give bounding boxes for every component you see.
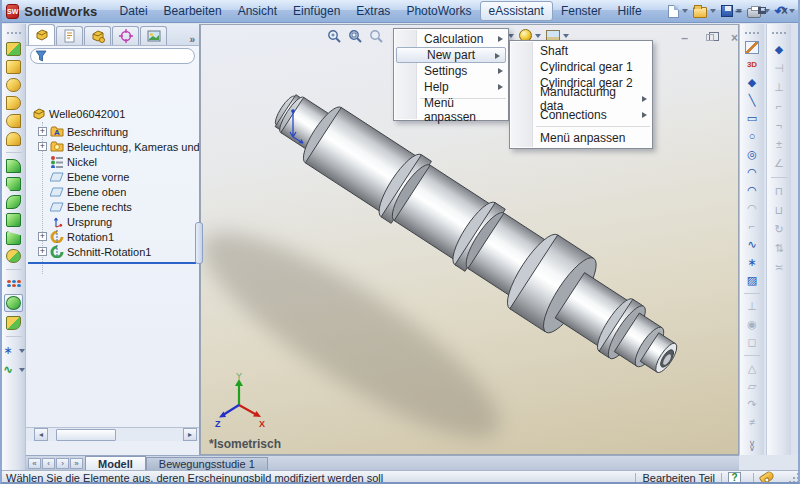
- tab-nav-last-icon[interactable]: »: [70, 458, 83, 469]
- scroll-right-icon[interactable]: ▸: [183, 428, 197, 441]
- vertical-ordinate-icon[interactable]: ∠: [771, 156, 788, 171]
- tab-bewegungsstudie-1[interactable]: Bewegungsstudie 1: [146, 457, 268, 470]
- resize-grip[interactable]: [788, 472, 800, 484]
- tab-nav-first-icon[interactable]: «: [28, 458, 41, 469]
- open-folder-icon[interactable]: [693, 7, 707, 18]
- menu-eassistant[interactable]: eAssistant: [480, 1, 553, 21]
- menu-item-help[interactable]: Help: [394, 79, 508, 95]
- circular-pattern-button[interactable]: [4, 294, 23, 312]
- toolbar-more-icon[interactable]: ∨∨: [749, 441, 756, 451]
- zoom-to-area-icon[interactable]: [348, 29, 363, 44]
- centerpoint-arc-icon[interactable]: ◠: [744, 165, 761, 180]
- toolbar-grip[interactable]: [7, 32, 21, 35]
- mirror-entities-icon[interactable]: ◻: [744, 335, 761, 350]
- smart-dimension-icon[interactable]: ◆: [744, 75, 761, 90]
- chamfer-icon[interactable]: [6, 177, 21, 191]
- tree-item-rotation1[interactable]: + Rotation1: [26, 229, 199, 244]
- rectangle-icon[interactable]: ▭: [744, 111, 761, 126]
- menu-fenster[interactable]: Fenster: [553, 2, 610, 20]
- submenu-item-manufacturing-data[interactable]: Manufacturing data: [510, 91, 652, 107]
- horizontal-ordinate-icon[interactable]: ±: [771, 137, 788, 152]
- tab-nav-prev-icon[interactable]: ‹: [42, 458, 55, 469]
- extruded-cut-icon[interactable]: [6, 213, 21, 227]
- new-dropdown-icon[interactable]: [682, 9, 688, 13]
- tree-item-ebene-oben[interactable]: Ebene oben: [26, 184, 199, 199]
- submenu-item-menue-anpassen[interactable]: Menü anpassen: [510, 130, 652, 146]
- shell-icon[interactable]: [6, 316, 21, 330]
- horizontal-dimension-icon[interactable]: ⊣: [771, 61, 788, 76]
- tab-featuremanager[interactable]: [28, 24, 55, 45]
- submenu-item-shaft[interactable]: Shaft: [510, 43, 652, 59]
- open-dropdown-icon[interactable]: [710, 9, 716, 13]
- scroll-left-icon[interactable]: ◂: [34, 428, 48, 441]
- toolbar-grip[interactable]: [772, 32, 786, 35]
- path-dimension-icon[interactable]: ↻: [771, 222, 788, 237]
- scene-dropdown-icon[interactable]: [563, 34, 569, 38]
- line-icon[interactable]: ╲: [744, 93, 761, 108]
- sketch-icon[interactable]: [745, 41, 759, 54]
- menu-item-settings[interactable]: Settings: [394, 63, 508, 79]
- lofted-cut-icon[interactable]: [6, 231, 21, 245]
- perimeter-circle-icon[interactable]: ◎: [744, 147, 761, 162]
- menu-item-menue-anpassen[interactable]: Menü anpassen: [394, 102, 508, 118]
- menu-item-new-part[interactable]: New part: [396, 47, 506, 63]
- smart-dimension-icon[interactable]: ◆: [771, 42, 788, 57]
- boundary-boss-icon[interactable]: [6, 114, 21, 128]
- swept-cut-icon[interactable]: [6, 195, 21, 209]
- panel-tabs-overflow[interactable]: »: [189, 34, 195, 45]
- fillet-icon[interactable]: [6, 159, 21, 173]
- baseline-dimension-icon[interactable]: ⌐: [771, 99, 788, 114]
- reference-geometry-group[interactable]: ∗: [0, 343, 28, 358]
- appearance-dropdown-icon[interactable]: [535, 34, 541, 38]
- tree-item-ebene-vorne[interactable]: Ebene vorne: [26, 169, 199, 184]
- polygon-icon[interactable]: △: [744, 361, 761, 376]
- tab-dimxpertmanager[interactable]: [112, 26, 139, 45]
- quick-tips-help-icon[interactable]: ?: [728, 472, 741, 484]
- panel-horizontal-scrollbar[interactable]: ◂ ▸: [26, 427, 199, 441]
- tree-item-beleuchtung[interactable]: + Beleuchtung, Kameras und Büh: [26, 139, 199, 154]
- appearance-tag-icon[interactable]: [759, 470, 776, 484]
- menu-ansicht[interactable]: Ansicht: [230, 2, 285, 20]
- align-dimension-icon[interactable]: ≍: [771, 260, 788, 275]
- tree-item-schnitt-rotation1[interactable]: + Schnitt-Rotation1: [26, 244, 199, 259]
- 3point-arc-icon[interactable]: ◠: [744, 201, 761, 216]
- vertical-dimension-icon[interactable]: ⊥: [771, 80, 788, 95]
- expand-icon[interactable]: +: [38, 247, 47, 256]
- tab-propertymanager[interactable]: [56, 26, 83, 45]
- extruded-boss-icon[interactable]: [6, 42, 21, 56]
- submenu-item-connections[interactable]: Connections: [510, 107, 652, 123]
- spline-icon[interactable]: ∿: [744, 237, 761, 252]
- new-document-icon[interactable]: [668, 5, 679, 18]
- expand-icon[interactable]: +: [38, 232, 47, 241]
- submenu-item-cylindrical-gear-1[interactable]: Cylindrical gear 1: [510, 59, 652, 75]
- add-relation-icon[interactable]: ⊥: [744, 299, 761, 314]
- restore-button[interactable]: [754, 4, 769, 17]
- tree-item-nickel[interactable]: Nickel: [26, 154, 199, 169]
- circle-icon[interactable]: ○: [744, 129, 761, 144]
- angle-dimension-icon[interactable]: ⊔: [771, 203, 788, 218]
- menu-item-calculation[interactable]: Calculation: [394, 31, 508, 47]
- doc-minimize-button[interactable]: –: [677, 31, 692, 44]
- revolved-boss-icon[interactable]: [6, 60, 21, 74]
- offset-entities-icon[interactable]: ↷: [744, 397, 761, 412]
- toolbar-grip[interactable]: [745, 32, 759, 35]
- tree-root[interactable]: Welle06042001: [26, 106, 199, 121]
- scroll-thumb[interactable]: [56, 429, 116, 441]
- zoom-in-out-icon[interactable]: [369, 29, 384, 44]
- sketch-fillet-icon[interactable]: ⌐: [744, 219, 761, 234]
- menu-einfuegen[interactable]: Einfügen: [285, 2, 348, 20]
- panel-splitter-handle[interactable]: [195, 222, 203, 264]
- convert-entities-icon[interactable]: ▱: [744, 379, 761, 394]
- lofted-boss-icon[interactable]: [6, 96, 21, 110]
- hatch-icon[interactable]: ▨: [744, 273, 761, 288]
- 3d-sketch-icon[interactable]: 3D: [744, 57, 761, 72]
- menu-photoworks[interactable]: PhotoWorks: [398, 2, 479, 20]
- minimize-button[interactable]: –: [731, 4, 746, 17]
- linear-pattern-icon[interactable]: [6, 276, 21, 290]
- doc-restore-button[interactable]: [702, 31, 717, 44]
- menu-extras[interactable]: Extras: [348, 2, 398, 20]
- menu-datei[interactable]: Datei: [112, 2, 156, 20]
- expand-icon[interactable]: +: [38, 127, 47, 136]
- tab-configurationmanager[interactable]: [84, 26, 111, 45]
- tree-filter-input[interactable]: [30, 48, 195, 64]
